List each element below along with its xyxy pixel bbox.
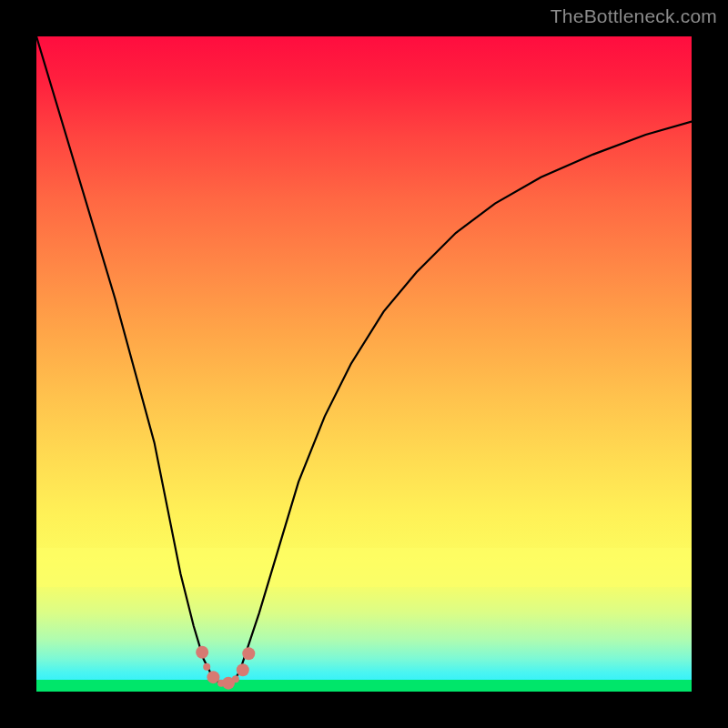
watermark-text: TheBottleneck.com	[551, 5, 717, 27]
chart-frame: TheBottleneck.com	[0, 0, 728, 728]
highlight-dot	[232, 675, 239, 682]
highlight-dot	[196, 646, 208, 659]
plot-area	[36, 36, 692, 692]
highlight-dot	[242, 647, 255, 660]
highlight-dots	[196, 646, 255, 690]
dots-svg	[36, 36, 692, 692]
highlight-dot	[237, 663, 249, 676]
highlight-dot	[207, 671, 219, 683]
highlight-dot	[203, 663, 210, 671]
